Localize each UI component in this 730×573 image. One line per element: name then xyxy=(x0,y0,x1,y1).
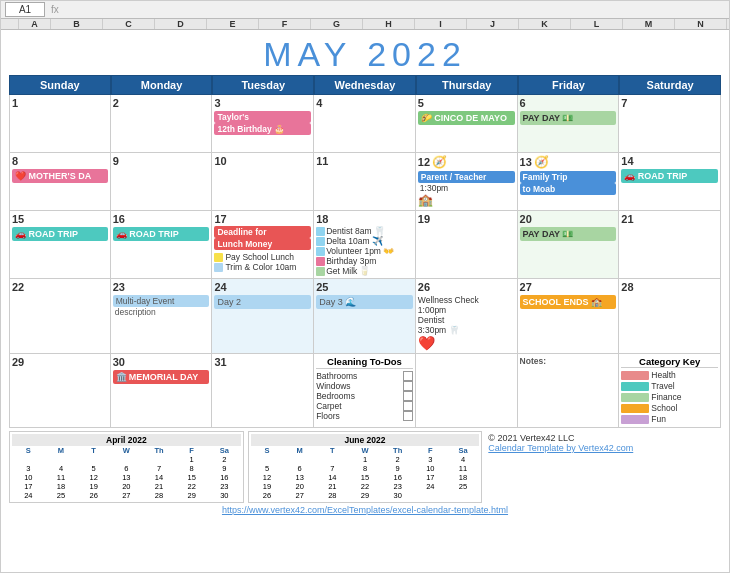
col-n: N xyxy=(675,19,727,29)
family-trip-event: Family Trip xyxy=(520,171,617,183)
sunday-header: Sunday xyxy=(9,75,111,95)
day3-event: Day 3 🌊 xyxy=(316,295,413,309)
day-cell-19: 19 xyxy=(416,211,518,279)
col-c: C xyxy=(103,19,155,29)
day-cell-10: 10 xyxy=(212,153,314,211)
day-num: 25 xyxy=(316,281,413,293)
trim-color-row: Trim & Color 10am xyxy=(214,262,311,272)
row-num-header xyxy=(1,19,19,29)
col-f: F xyxy=(259,19,311,29)
day-cell-13: 13 🧭 Family Trip to Moab xyxy=(518,153,620,211)
day-cell-15: 15 🚗 ROAD TRIP xyxy=(9,211,111,279)
col-b: B xyxy=(51,19,103,29)
day-cell-17: 17 Deadline for Lunch Money Pay School L… xyxy=(212,211,314,279)
calendar-title: MAY 2022 xyxy=(9,32,721,75)
june-mini-calendar: June 2022 SMTWThFSa 1234 567891011 12131… xyxy=(248,431,483,503)
day-cell-6: 6 PAY DAY 💵 xyxy=(518,95,620,153)
delta-row: Delta 10am ✈️ xyxy=(316,236,413,246)
saturday-header: Saturday xyxy=(619,75,721,95)
day-num: 9 xyxy=(113,155,210,167)
cleaning-floors: Floors xyxy=(316,411,413,421)
april-mini-calendar: April 2022 SMTWThFSa 12 3456789 10111213… xyxy=(9,431,244,503)
multi-day-desc: description xyxy=(113,307,210,317)
col-a: A xyxy=(19,19,51,29)
day-num: 3 xyxy=(214,97,311,109)
copyright: © 2021 Vertex42 LLC xyxy=(488,433,719,443)
dentist-26: Dentist xyxy=(418,315,515,325)
cat-finance: Finance xyxy=(621,392,718,402)
family-trip-moab: to Moab xyxy=(520,183,617,195)
day-num: 1 xyxy=(12,97,108,109)
tuesday-header: Tuesday xyxy=(212,75,314,95)
day-cell-9: 9 xyxy=(111,153,213,211)
april-grid: SMTWThFSa 12 3456789 10111213141516 1718… xyxy=(12,446,241,500)
col-e: E xyxy=(207,19,259,29)
col-l: L xyxy=(571,19,623,29)
cleaning-carpet: Carpet xyxy=(316,401,413,411)
day-num: 24 xyxy=(214,281,311,293)
deadline-event2: Lunch Money xyxy=(214,238,311,250)
day-num: 2 xyxy=(113,97,210,109)
day-num: 29 xyxy=(12,356,108,368)
day-num: 22 xyxy=(12,281,108,293)
day-num: 17 xyxy=(214,213,311,225)
day-num: 27 xyxy=(520,281,617,293)
mothers-day-event: ❤️ MOTHER'S DA xyxy=(12,169,108,183)
col-k: K xyxy=(519,19,571,29)
day-cell-11: 11 xyxy=(314,153,416,211)
day-cell-22: 22 xyxy=(9,279,111,354)
credit-link: Calendar Template by Vertex42.com xyxy=(488,443,719,453)
cell-reference: A1 xyxy=(5,2,45,17)
cleaning-bedrooms: Bedrooms xyxy=(316,391,413,401)
day-cell-23: 23 Multi-day Event description xyxy=(111,279,213,354)
day-num: 8 xyxy=(12,155,108,167)
dentist-row: Dentist 8am 🦷 xyxy=(316,226,413,236)
day-num: 5 xyxy=(418,97,515,109)
wellness-event: Wellness Check xyxy=(418,295,515,305)
day2-event: Day 2 xyxy=(214,295,311,309)
day-cell-14: 14 🚗 ROAD TRIP xyxy=(619,153,721,211)
day-cell-thu-last xyxy=(416,354,518,428)
day-num: 6 xyxy=(520,97,617,109)
col-m: M xyxy=(623,19,675,29)
day-cell-12: 12 🧭 Parent / Teacher 1:30pm 🏫 xyxy=(416,153,518,211)
pay-school-lunch-row: Pay School Lunch xyxy=(214,252,311,262)
cleaning-title: Cleaning To-Dos xyxy=(316,356,413,369)
cinco-de-mayo-event: 🌮 CINCO DE MAYO xyxy=(418,111,515,125)
memorial-day-event: 🏛️ MEMORIAL DAY xyxy=(113,370,210,384)
day-num: 19 xyxy=(418,213,515,225)
day-cell-4: 4 xyxy=(314,95,416,153)
day-cell-18: 18 Dentist 8am 🦷 Delta 10am ✈️ Volunteer… xyxy=(314,211,416,279)
day-cell-2: 2 xyxy=(111,95,213,153)
formula-bar-icon: fx xyxy=(51,4,59,15)
birthday-row: Birthday 3pm xyxy=(316,256,413,266)
day-cell-20: 20 PAY DAY 💵 xyxy=(518,211,620,279)
parent-teacher-event: Parent / Teacher xyxy=(418,171,515,183)
taylors-birthday-event: Taylor's xyxy=(214,111,311,123)
col-j: J xyxy=(467,19,519,29)
cat-health: Health xyxy=(621,370,718,380)
day-cell-25: 25 Day 3 🌊 xyxy=(314,279,416,354)
day-num: 20 xyxy=(520,213,617,225)
day-num: 21 xyxy=(621,213,718,225)
day-cell-31: 31 xyxy=(212,354,314,428)
notes-label: Notes: xyxy=(520,356,617,366)
day-num: 4 xyxy=(316,97,413,109)
cleaning-todos-cell: Cleaning To-Dos Bathrooms Windows Bedroo… xyxy=(314,354,416,428)
cat-fun: Fun xyxy=(621,414,718,424)
day-num: 28 xyxy=(621,281,718,293)
payday-event-6: PAY DAY 💵 xyxy=(520,111,617,125)
school-ends-event: SCHOOL ENDS 🏫 xyxy=(520,295,617,309)
volunteer-row: Volunteer 1pm 👐 xyxy=(316,246,413,256)
day-cell-fri-last: Notes: xyxy=(518,354,620,428)
day-num: 15 xyxy=(12,213,108,225)
school-icon: 🏫 xyxy=(418,193,515,207)
col-g: G xyxy=(311,19,363,29)
friday-header: Friday xyxy=(518,75,620,95)
day-cell-7: 7 xyxy=(619,95,721,153)
day-num: 23 xyxy=(113,281,210,293)
monday-header: Monday xyxy=(111,75,213,95)
footer-url[interactable]: https://www.vertex42.com/ExcelTemplates/… xyxy=(9,503,721,515)
day-num: 7 xyxy=(621,97,718,109)
day-cell-28: 28 xyxy=(619,279,721,354)
